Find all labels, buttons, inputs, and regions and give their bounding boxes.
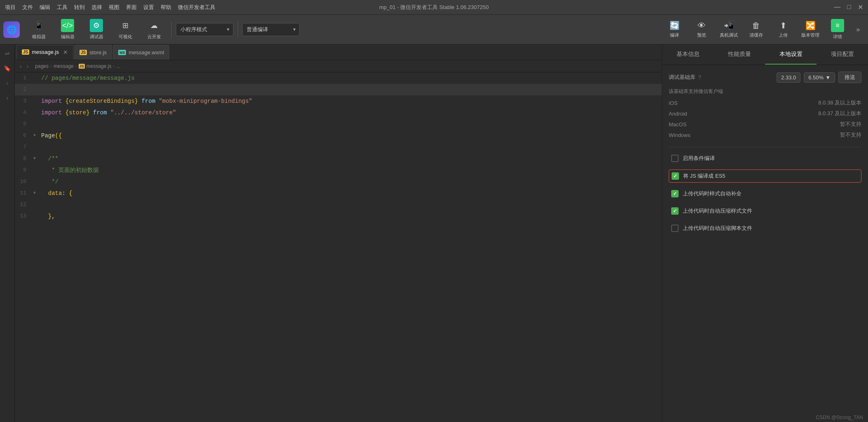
detail-icon: ≡ [831, 19, 844, 32]
macos-value: 暂不支持 [840, 121, 861, 128]
breadcrumb-filename: message.js [86, 63, 112, 69]
tab-close-button[interactable]: ✕ [63, 49, 68, 56]
debugger-button[interactable]: ⚙ 调试器 [83, 16, 110, 43]
divider-1 [669, 147, 861, 147]
tab-message-wxml[interactable]: wx message.wxml [113, 45, 169, 60]
minimize-button[interactable]: — [834, 3, 840, 11]
menu-item-设置[interactable]: 设置 [143, 4, 154, 11]
checkbox-compress-script-input[interactable] [671, 225, 679, 232]
menu-item-项目[interactable]: 项目 [5, 4, 16, 11]
menu-item-转到[interactable]: 转到 [74, 4, 85, 11]
version-mgr-label: 版本管理 [801, 32, 819, 38]
left-sidebar: ⇌ 🔖 ‹ › [0, 44, 15, 422]
checkbox-es5-input[interactable] [672, 172, 679, 180]
compile-dropdown-wrap[interactable]: 普通编译 ▼ [242, 23, 300, 36]
version-select-button[interactable]: 2.33.0 [777, 72, 800, 83]
visual-label: 可视化 [119, 34, 132, 40]
checkbox-compress-style-input[interactable] [671, 207, 679, 215]
checkbox-conditional-compile-input[interactable] [671, 155, 679, 162]
support-ios: iOS 8.0.38 及以上版本 [669, 99, 861, 107]
editor-button[interactable]: </> 编辑器 [54, 16, 81, 43]
preview-button[interactable]: 👁 预览 [688, 16, 715, 43]
sidebar-bookmark-icon[interactable]: 🔖 [2, 63, 13, 74]
tab-basic-info[interactable]: 基本信息 [662, 44, 714, 65]
breadcrumb-back[interactable]: ‹ [18, 62, 23, 70]
debug-lib-text: 调试基础库 [669, 74, 695, 81]
version-percent-button[interactable]: 6.50% ▼ [804, 72, 835, 83]
tab-message-js-label: message.js [32, 49, 59, 55]
device-debug-button[interactable]: 📲 真机调试 [716, 16, 742, 43]
menu-item-编辑[interactable]: 编辑 [40, 4, 50, 11]
tab-local-settings[interactable]: 本地设置 [765, 44, 817, 65]
tab-project-config[interactable]: 项目配置 [817, 44, 868, 65]
tab-js-icon-2: JS [79, 50, 87, 55]
right-tabs: 基本信息 性能质量 本地设置 项目配置 [662, 44, 868, 65]
tab-bar: JS message.js ✕ JS store.js wx message.w… [15, 44, 662, 60]
menu-item-工具[interactable]: 工具 [57, 4, 68, 11]
menu-item-文件[interactable]: 文件 [22, 4, 33, 11]
menu-item-视图[interactable]: 视图 [109, 4, 119, 11]
push-button[interactable]: 推送 [838, 72, 861, 83]
compile-icon: 🔄 [670, 21, 680, 30]
debug-lib-value: 2.33.0 6.50% ▼ 推送 [777, 72, 861, 83]
menu-bar[interactable]: 项目文件编辑工具转到选择视图界面设置帮助微信开发者工具 [5, 4, 215, 11]
menu-item-界面[interactable]: 界面 [126, 4, 137, 11]
mode-dropdown-wrap[interactable]: 小程序模式 ▼ [176, 23, 233, 36]
sidebar-expand-icon[interactable]: ⇌ [2, 48, 13, 59]
debugger-icon: ⚙ [90, 19, 103, 32]
simulator-icon: 📱 [32, 19, 45, 32]
device-debug-label: 真机调试 [720, 32, 738, 38]
code-line-13: 13 }, [15, 211, 662, 222]
compile-dropdown[interactable]: 普通编译 [242, 23, 300, 36]
macos-label: MacOS [669, 121, 686, 128]
sidebar-back-icon[interactable]: ‹ [2, 77, 13, 89]
support-windows: Windows 暂不支持 [669, 131, 861, 139]
visual-button[interactable]: ⊞ 可视化 [112, 16, 138, 43]
ios-value: 8.0.38 及以上版本 [818, 99, 861, 107]
menu-item-选择[interactable]: 选择 [91, 4, 102, 11]
checkbox-compress-style: 上传代码时自动压缩样式文件 [669, 205, 861, 217]
code-line-11: 11 ▼ data: { [15, 188, 662, 199]
checkbox-conditional-compile: 启用条件编译 [669, 152, 861, 165]
cloud-label: 云开发 [147, 34, 161, 40]
window-controls[interactable]: — □ ✕ [834, 3, 863, 11]
close-button[interactable]: ✕ [858, 3, 863, 11]
version-mgr-button[interactable]: 🔀 版本管理 [797, 16, 824, 43]
upload-button[interactable]: ⬆ 上传 [770, 16, 796, 43]
breadcrumb-message: message [54, 63, 74, 69]
breadcrumb-sep-3: › [113, 63, 114, 69]
menu-item-帮助[interactable]: 帮助 [161, 4, 171, 11]
main-area: ⇌ 🔖 ‹ › JS message.js ✕ JS store.js wx m… [0, 44, 868, 422]
mode-dropdown[interactable]: 小程序模式 [176, 23, 233, 36]
checkbox-style-auto-complete-label: 上传代码时样式自动补全 [683, 190, 742, 197]
support-android: Android 8.0.37 及以上版本 [669, 110, 861, 117]
clear-cache-button[interactable]: 🗑 清缓存 [743, 16, 769, 43]
sidebar-forward-icon[interactable]: › [2, 92, 13, 104]
tab-local-settings-label: 本地设置 [779, 51, 803, 58]
menu-item-微信开发者工具[interactable]: 微信开发者工具 [178, 4, 215, 11]
more-button[interactable]: » [852, 16, 865, 43]
compile-button[interactable]: 🔄 编译 [661, 16, 688, 43]
breadcrumb-file-icon: JS [79, 64, 85, 69]
windows-label: Windows [669, 132, 691, 138]
tab-performance[interactable]: 性能质量 [714, 44, 765, 65]
simulator-label: 模拟器 [32, 34, 46, 40]
logo-icon: 🌐 [7, 25, 17, 35]
maximize-button[interactable]: □ [847, 3, 851, 11]
tab-basic-info-label: 基本信息 [677, 51, 700, 58]
version-percent: 6.50% [808, 74, 824, 81]
version-chevron-icon: ▼ [825, 74, 831, 81]
simulator-button[interactable]: 📱 模拟器 [26, 16, 52, 43]
detail-label: 详情 [833, 34, 842, 40]
debug-lib-help-icon[interactable]: ? [698, 74, 701, 81]
tab-store-js[interactable]: JS store.js [74, 45, 112, 60]
cloud-button[interactable]: ☁ 云开发 [141, 16, 167, 43]
debug-lib-label: 调试基础库 ? [669, 74, 701, 81]
checkbox-style-auto-complete-input[interactable] [671, 190, 679, 197]
checkbox-compress-style-label: 上传代码时自动压缩样式文件 [683, 207, 752, 215]
tab-message-js[interactable]: JS message.js ✕ [16, 45, 73, 60]
breadcrumb-forward[interactable]: › [25, 62, 30, 70]
clear-cache-icon: 🗑 [752, 21, 760, 30]
detail-button[interactable]: ≡ 详情 [824, 16, 851, 43]
code-editor[interactable]: 1 // pages/message/message.js 2 3 import… [15, 72, 662, 422]
